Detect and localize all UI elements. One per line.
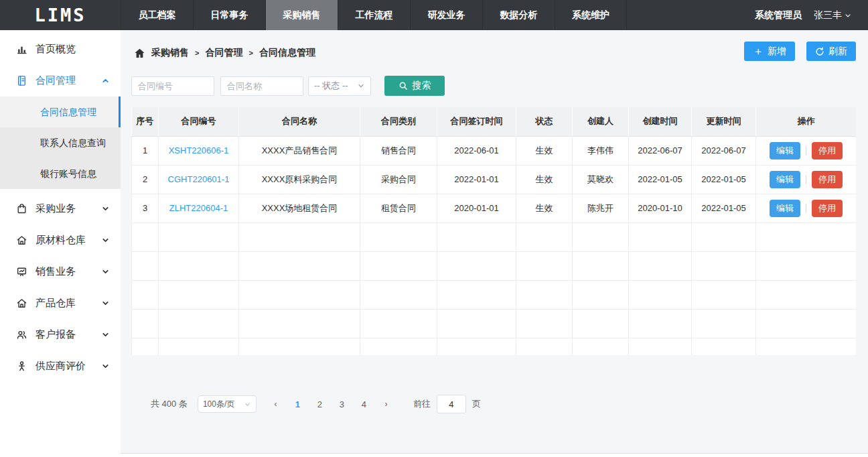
page-number-3[interactable]: 3	[335, 399, 349, 409]
cell-contract-name: XXXX场地租赁合同	[239, 194, 360, 222]
chevron-down-icon	[244, 401, 251, 408]
next-page-button[interactable]: ›	[379, 399, 393, 409]
table-empty-row	[132, 222, 857, 251]
refresh-button[interactable]: 刷新	[806, 42, 856, 61]
chevron-down-icon	[101, 204, 110, 213]
sidebar-item-sales[interactable]: 销售业务	[0, 256, 121, 287]
chevron-up-icon	[101, 76, 110, 85]
edit-button[interactable]: 编辑	[770, 142, 800, 159]
breadcrumb-item[interactable]: 采购销售	[151, 47, 189, 59]
col-header-category: 合同类别	[360, 107, 437, 136]
tab-data-analysis[interactable]: 数据分析	[482, 0, 555, 30]
page-number-1[interactable]: 1	[291, 399, 305, 409]
cell-sign-date: 2022-01-01	[437, 165, 516, 194]
breadcrumb-item[interactable]: 合同信息管理	[259, 47, 315, 59]
table-row: 2 CGHT220601-1 XXXX原料采购合同 采购合同 2022-01-0…	[132, 165, 857, 194]
bar-chart-icon	[16, 44, 28, 56]
user-name-label: 张三丰	[814, 9, 842, 21]
page-number-2[interactable]: 2	[313, 399, 327, 409]
sidebar-subitem-bank-account-info[interactable]: 银行账号信息	[0, 158, 121, 189]
disable-button[interactable]: 停用	[812, 142, 843, 159]
search-button-label: 搜索	[413, 80, 431, 92]
total-count-label: 共 400 条	[151, 398, 188, 410]
table-empty-row	[132, 280, 857, 309]
disable-button[interactable]: 停用	[812, 200, 843, 217]
edit-button[interactable]: 编辑	[770, 171, 800, 188]
status-select-value: -- 状态 --	[314, 80, 348, 92]
col-header-contract-name: 合同名称	[239, 107, 360, 136]
col-header-index: 序号	[132, 107, 159, 136]
sidebar-item-product-warehouse[interactable]: 产品仓库	[0, 287, 121, 319]
disable-button[interactable]: 停用	[812, 171, 843, 188]
tab-staff-archive[interactable]: 员工档案	[121, 0, 193, 30]
action-divider	[806, 175, 806, 184]
sidebar-item-home-overview[interactable]: 首页概览	[0, 34, 121, 65]
page-size-value: 100条/页	[203, 399, 234, 410]
goto-page: 前往 页	[413, 395, 481, 413]
contract-icon	[16, 75, 28, 87]
pager: ‹ 1 2 3 4 ›	[265, 399, 397, 409]
breadcrumb-item[interactable]: 合同管理	[205, 47, 242, 59]
cell-index: 1	[132, 136, 159, 165]
sidebar: 首页概览 合同管理 合同信息管理 联系人信息查询 银行账号信息 采购业务 原材料…	[0, 30, 121, 457]
breadcrumb-separator: >	[248, 49, 252, 57]
sidebar-item-purchasing[interactable]: 采购业务	[0, 193, 121, 224]
col-header-updated: 更新时间	[692, 107, 756, 136]
edit-button[interactable]: 编辑	[770, 200, 800, 217]
tab-daily-affairs[interactable]: 日常事务	[193, 0, 265, 30]
action-divider	[806, 204, 806, 213]
contract-no-link[interactable]: CGHT220601-1	[168, 174, 230, 184]
status-select[interactable]: -- 状态 --	[308, 76, 371, 96]
contract-management-submenu: 合同信息管理 联系人信息查询 银行账号信息	[0, 96, 121, 189]
contracts-table: 序号 合同编号 合同名称 合同类别 合同签订时间 状态 创建人 创建时间 更新时…	[131, 107, 856, 355]
cell-category: 采购合同	[360, 165, 437, 194]
add-button[interactable]: ＋ 新增	[744, 42, 795, 61]
chevron-down-icon	[101, 362, 110, 371]
goto-page-input[interactable]	[437, 395, 466, 413]
cell-updated: 2022-06-07	[692, 136, 756, 165]
sidebar-item-label: 销售业务	[35, 265, 76, 278]
search-icon	[399, 81, 408, 90]
contract-no-input[interactable]	[131, 76, 214, 96]
warehouse-icon	[16, 235, 28, 247]
breadcrumb: 采购销售 > 合同管理 > 合同信息管理	[134, 47, 315, 59]
tab-purchase-sales[interactable]: 采购销售	[265, 0, 338, 30]
table-empty-row	[132, 251, 857, 280]
chevron-down-icon	[101, 330, 110, 339]
sidebar-item-contract-management[interactable]: 合同管理	[0, 65, 121, 96]
tab-workflow[interactable]: 工作流程	[338, 0, 410, 30]
sidebar-item-supplier-evaluation[interactable]: 供应商评价	[0, 350, 121, 382]
contract-no-link[interactable]: XSHT220606-1	[169, 145, 229, 155]
sidebar-item-customer-report[interactable]: 客户报备	[0, 319, 121, 350]
col-header-sign-date: 合同签订时间	[437, 107, 516, 136]
contract-no-link[interactable]: ZLHT220604-1	[169, 203, 228, 213]
sidebar-subitem-contact-info-query[interactable]: 联系人信息查询	[0, 127, 121, 158]
table-empty-row	[132, 309, 857, 338]
filter-bar: -- 状态 -- 搜索	[131, 76, 445, 96]
tab-system-maintenance[interactable]: 系统维护	[555, 0, 627, 30]
sidebar-item-label: 产品仓库	[35, 297, 76, 310]
sidebar-subitem-contract-info-management[interactable]: 合同信息管理	[0, 96, 121, 127]
cell-created: 2022-01-05	[629, 165, 692, 194]
sidebar-item-raw-material-warehouse[interactable]: 原材料仓库	[0, 224, 121, 256]
cell-updated: 2022-01-05	[692, 194, 756, 222]
cell-updated: 2022-01-05	[692, 165, 756, 194]
contract-name-input[interactable]	[220, 76, 303, 96]
user-menu[interactable]: 张三丰	[814, 9, 852, 21]
sidebar-item-label: 采购业务	[35, 202, 76, 215]
refresh-button-label: 刷新	[828, 46, 847, 58]
page-number-4[interactable]: 4	[357, 399, 371, 409]
search-button[interactable]: 搜索	[384, 76, 445, 96]
page-unit-label: 页	[472, 398, 481, 410]
prev-page-button[interactable]: ‹	[269, 399, 283, 409]
cell-contract-name: XXXX产品销售合同	[239, 136, 360, 165]
chevron-down-icon	[101, 299, 110, 308]
users-icon	[16, 329, 28, 341]
sidebar-item-label: 供应商评价	[35, 360, 86, 373]
warehouse-icon	[16, 298, 28, 310]
page-size-select[interactable]: 100条/页	[198, 395, 257, 413]
sidebar-item-label: 原材料仓库	[35, 234, 86, 247]
sidebar-item-label: 首页概览	[35, 43, 76, 56]
chevron-down-icon	[357, 82, 365, 90]
tab-rnd-business[interactable]: 研发业务	[410, 0, 482, 30]
